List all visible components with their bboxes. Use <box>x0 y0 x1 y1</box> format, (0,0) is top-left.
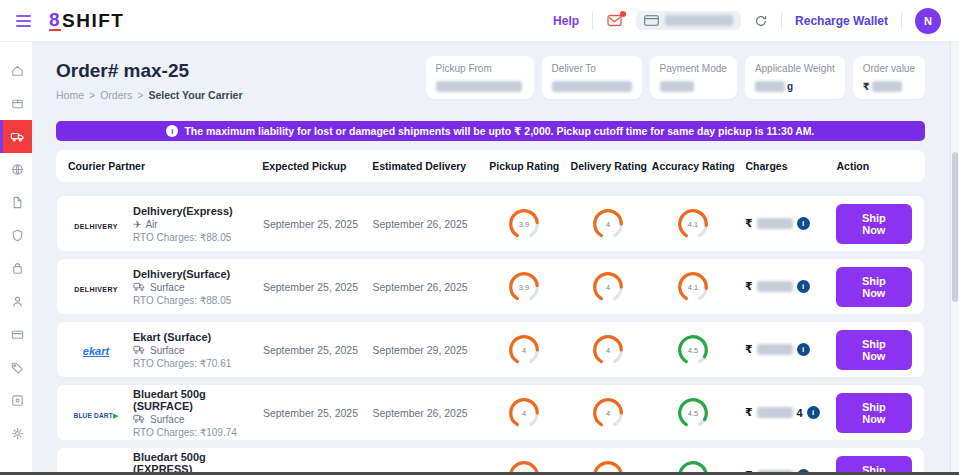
sidebar-item-orders[interactable] <box>0 87 32 120</box>
charges-blurred-value <box>757 407 793 418</box>
wallet-balance[interactable] <box>636 11 741 30</box>
rto-charges: RTO Charges: ₹109.74 <box>133 427 263 438</box>
package-icon <box>10 96 25 111</box>
svg-text:3.9: 3.9 <box>519 282 529 291</box>
shield-icon <box>10 228 25 243</box>
charges-info-icon[interactable]: i <box>797 280 810 293</box>
blurred-value <box>436 81 522 92</box>
sidebar-item-home[interactable] <box>0 54 32 87</box>
gear-icon <box>10 426 25 441</box>
box-icon <box>10 393 25 408</box>
app-logo: 8 SHIFT <box>49 10 124 32</box>
menu-icon[interactable] <box>12 11 35 31</box>
expected-pickup: September 25, 2025 <box>263 344 373 356</box>
sidebar-item-inventory[interactable] <box>0 384 32 417</box>
ship-now-button[interactable]: Ship Now <box>836 330 912 370</box>
top-bar: 8 SHIFT Help Recharge Wallet N <box>0 0 959 42</box>
help-link[interactable]: Help <box>553 14 579 28</box>
sidebar-item-documents[interactable] <box>0 186 32 219</box>
sidebar-item-settings[interactable] <box>0 417 32 450</box>
sidebar-item-billing[interactable] <box>0 318 32 351</box>
bluedart-arrow: ▶ <box>113 412 119 419</box>
column-pickup-rating: Pickup Rating <box>482 160 567 172</box>
estimated-delivery: September 29, 2025 <box>372 344 482 356</box>
page-title: Order# max-25 <box>56 60 243 82</box>
value-suffix: g <box>787 81 793 92</box>
sidebar-item-customers[interactable] <box>0 285 32 318</box>
avatar[interactable]: N <box>915 8 941 34</box>
wallet-amount-blurred <box>665 15 733 26</box>
refresh-icon[interactable] <box>754 14 768 28</box>
mode-label: Surface <box>150 345 184 356</box>
bluedart-logo: BLUE DART▶ <box>74 412 119 419</box>
ship-now-button[interactable]: Ship Now <box>836 204 912 244</box>
blurred-value <box>872 81 902 92</box>
breadcrumb-orders[interactable]: Orders <box>100 89 132 101</box>
card-label: Pickup From <box>436 63 524 74</box>
svg-text:3.9: 3.9 <box>519 219 529 228</box>
blurred-value <box>755 81 785 92</box>
mode-label: Surface <box>150 414 184 425</box>
info-icon: i <box>166 125 178 137</box>
svg-text:4.5: 4.5 <box>688 345 698 354</box>
estimated-delivery: September 26, 2025 <box>372 218 482 230</box>
svg-text:4: 4 <box>606 282 610 291</box>
sidebar <box>0 42 32 475</box>
scrollbar-thumb[interactable] <box>952 152 958 302</box>
blurred-value <box>660 81 694 92</box>
column-courier-partner: Courier Partner <box>68 160 262 172</box>
ekart-logo: ekart <box>83 345 109 357</box>
carrier-name: Delhivery(Express) <box>133 205 233 217</box>
ship-now-button[interactable]: Ship Now <box>836 267 912 307</box>
card-icon <box>10 327 25 342</box>
pickup-rating-gauge: 3.9 <box>507 207 541 241</box>
svg-text:4.5: 4.5 <box>688 408 698 417</box>
sidebar-item-products[interactable] <box>0 252 32 285</box>
truck-icon <box>133 414 146 424</box>
truck-icon <box>10 129 25 144</box>
globe-icon <box>10 162 25 177</box>
sidebar-item-support[interactable] <box>0 219 32 252</box>
blurred-value <box>552 81 632 92</box>
truck-icon <box>133 345 146 355</box>
document-icon <box>10 195 25 210</box>
accuracy-rating-gauge: 4.5 <box>676 396 710 430</box>
courier-row: BLUE DART▶ Bluedart 500g (EXPRESS) 4 4 4… <box>56 447 925 475</box>
rto-charges: RTO Charges: ₹88.05 <box>133 295 231 306</box>
applicable-weight-card: Applicable Weight g <box>745 56 845 99</box>
delivery-rating-gauge: 4 <box>591 396 625 430</box>
breadcrumb-home[interactable]: Home <box>56 89 84 101</box>
scrollbar[interactable] <box>950 42 959 475</box>
svg-text:4: 4 <box>606 345 610 354</box>
charges-info-icon[interactable]: i <box>797 343 810 356</box>
charges-info-icon[interactable]: i <box>797 217 810 230</box>
svg-text:4: 4 <box>606 219 610 228</box>
charges-blurred-value <box>757 218 793 229</box>
rto-charges: RTO Charges: ₹70.61 <box>133 358 231 369</box>
card-label: Deliver To <box>552 63 632 74</box>
sidebar-item-offers[interactable] <box>0 351 32 384</box>
charges-info-icon[interactable]: i <box>807 406 820 419</box>
recharge-wallet-link[interactable]: Recharge Wallet <box>795 14 888 28</box>
divider <box>592 12 593 30</box>
sidebar-item-shipments[interactable] <box>0 120 32 153</box>
breadcrumb-current: Select Your Carrier <box>148 89 242 101</box>
expected-pickup: September 25, 2025 <box>263 407 373 419</box>
charges-blurred-value <box>757 281 793 292</box>
pickup-rating-gauge: 4 <box>507 396 541 430</box>
mail-icon[interactable] <box>606 13 623 28</box>
courier-row: DELHIVERY Delhivery(Express) ✈Air RTO Ch… <box>56 195 925 252</box>
charges-currency: ₹ <box>745 280 753 293</box>
ship-now-button[interactable]: Ship Now <box>836 393 912 433</box>
delivery-rating-gauge: 4 <box>591 333 625 367</box>
charges-blurred-value <box>757 344 793 355</box>
courier-row: BLUE DART▶ Bluedart 500g (SURFACE) Surfa… <box>56 384 925 441</box>
expected-pickup: September 25, 2025 <box>263 281 373 293</box>
sidebar-item-tracking[interactable] <box>0 153 32 186</box>
svg-text:4: 4 <box>522 345 526 354</box>
divider <box>901 12 902 30</box>
home-icon <box>10 63 25 78</box>
column-charges: Charges <box>736 160 829 172</box>
estimated-delivery: September 26, 2025 <box>372 281 482 293</box>
card-label: Applicable Weight <box>755 63 835 74</box>
